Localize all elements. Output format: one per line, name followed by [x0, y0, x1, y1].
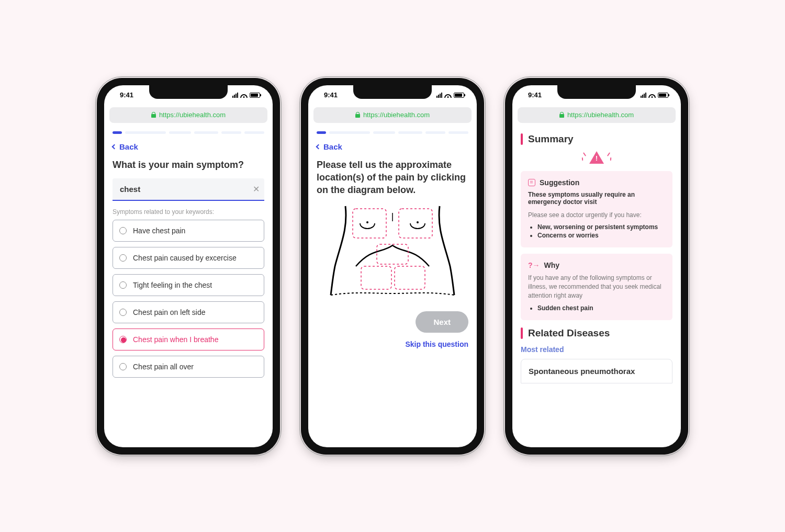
battery-icon — [658, 93, 668, 98]
chevron-left-icon — [316, 144, 321, 149]
svg-point-0 — [366, 221, 368, 223]
status-time: 9:41 — [120, 91, 133, 99]
signal-icon — [232, 93, 238, 98]
svg-rect-6 — [361, 266, 391, 289]
battery-icon — [250, 93, 260, 98]
notch — [353, 85, 432, 99]
wifi-icon — [240, 93, 248, 98]
svg-point-1 — [417, 221, 419, 223]
symptom-option-selected[interactable]: Chest pain when I breathe — [113, 329, 264, 350]
why-card: ?→ Why If you have any of the following … — [521, 254, 672, 320]
related-heading: Related Diseases — [521, 327, 672, 339]
skip-link[interactable]: Skip this question — [317, 340, 468, 348]
back-label: Back — [323, 142, 342, 151]
status-indicators — [232, 93, 260, 98]
wifi-icon — [648, 93, 656, 98]
content-area: Summary ! Suggestion These symptoms usua… — [512, 126, 681, 447]
body-diagram[interactable] — [317, 203, 468, 298]
content-area: Back Please tell us the approximate loca… — [308, 126, 477, 447]
status-time: 9:41 — [324, 91, 338, 99]
symptom-option[interactable]: Tight feeling in the chest — [113, 274, 264, 296]
next-button[interactable]: Next — [416, 311, 468, 333]
progress-bar — [113, 131, 264, 134]
torso-diagram-svg — [324, 203, 461, 298]
option-label: Have chest pain — [133, 227, 185, 235]
search-field[interactable]: ✕ — [113, 178, 264, 201]
progress-bar — [317, 131, 468, 134]
disease-card[interactable]: Spontaneous pneumothorax — [521, 359, 672, 383]
lock-icon — [151, 112, 156, 118]
question-heading: Please tell us the approximate location(… — [317, 159, 468, 197]
url-bar[interactable]: https://ubiehealth.com — [109, 107, 267, 123]
summary-heading: Summary — [521, 133, 672, 145]
status-indicators — [641, 93, 668, 98]
svg-rect-4 — [399, 209, 432, 238]
symptom-option[interactable]: Have chest pain — [113, 220, 264, 242]
symptom-option[interactable]: Chest pain on left side — [113, 301, 264, 323]
svg-rect-5 — [377, 244, 408, 264]
symptom-option[interactable]: Chest pain all over — [113, 356, 264, 378]
url-text: https://ubiehealth.com — [159, 111, 226, 119]
battery-icon — [454, 93, 464, 98]
related-title: Related Diseases — [528, 327, 610, 339]
why-lead: If you have any of the following symptom… — [528, 274, 665, 300]
most-related-label: Most related — [521, 345, 672, 354]
alert-icon-row: ! — [521, 151, 672, 166]
why-title: Why — [544, 261, 560, 269]
radio-icon — [119, 254, 127, 262]
svg-rect-7 — [395, 266, 425, 289]
suggestion-headline: These symptoms usually require an emerge… — [528, 191, 665, 206]
suggestion-lead: Please see a doctor urgently if you have… — [528, 211, 665, 220]
radio-icon — [119, 309, 127, 316]
chevron-left-icon — [112, 144, 117, 149]
radio-icon — [119, 336, 127, 343]
status-time: 9:41 — [528, 91, 542, 99]
warning-icon: ! — [589, 151, 604, 164]
option-label: Chest pain when I breathe — [133, 335, 218, 344]
screen-2: 9:41 https://ubiehealth.com Back Please … — [308, 85, 477, 447]
back-button[interactable]: Back — [113, 142, 264, 151]
radio-icon — [119, 281, 127, 289]
url-text: https://ubiehealth.com — [567, 111, 634, 119]
option-label: Chest pain caused by excercise — [133, 254, 237, 262]
signal-icon — [641, 93, 646, 98]
lock-icon — [559, 112, 564, 118]
notch — [557, 85, 636, 99]
disease-name: Spontaneous pneumothorax — [529, 367, 635, 376]
results-hint: Symptoms related to your keywords: — [113, 208, 264, 216]
option-label: Chest pain all over — [133, 363, 194, 371]
signal-icon — [436, 93, 442, 98]
status-indicators — [436, 93, 464, 98]
question-icon: ?→ — [528, 261, 540, 269]
screen-3: 9:41 https://ubiehealth.com Summary ! — [512, 85, 681, 447]
content-area: Back What is your main symptom? ✕ Sympto… — [104, 126, 273, 447]
lock-icon — [355, 112, 360, 118]
clear-icon[interactable]: ✕ — [248, 184, 264, 194]
option-label: Tight feeling in the chest — [133, 281, 212, 289]
list-icon — [528, 179, 535, 186]
suggestion-bullet: New, worsening or persistent symptoms — [537, 223, 665, 231]
question-heading: What is your main symptom? — [113, 159, 264, 171]
phone-mockup-2: 9:41 https://ubiehealth.com Back Please … — [301, 78, 484, 455]
back-label: Back — [119, 142, 138, 151]
wifi-icon — [444, 93, 452, 98]
url-bar[interactable]: https://ubiehealth.com — [313, 107, 472, 123]
suggestion-bullet: Concerns or worries — [537, 232, 665, 239]
search-input[interactable] — [113, 178, 248, 200]
url-bar[interactable]: https://ubiehealth.com — [518, 107, 676, 123]
heading-accent — [521, 133, 523, 145]
radio-icon — [119, 227, 127, 234]
suggestion-title: Suggestion — [540, 178, 579, 187]
phone-mockup-1: 9:41 https://ubiehealth.com Back What is… — [97, 78, 280, 455]
symptom-option[interactable]: Chest pain caused by excercise — [113, 247, 264, 269]
option-label: Chest pain on left side — [133, 308, 206, 316]
phone-mockup-3: 9:41 https://ubiehealth.com Summary ! — [505, 78, 688, 455]
heading-accent — [521, 327, 523, 339]
url-text: https://ubiehealth.com — [363, 111, 430, 119]
svg-rect-3 — [353, 209, 386, 238]
suggestion-card: Suggestion These symptoms usually requir… — [521, 171, 672, 248]
summary-title: Summary — [528, 133, 574, 145]
back-button[interactable]: Back — [317, 142, 468, 151]
notch — [149, 85, 228, 99]
why-bullet: Sudden chest pain — [537, 304, 665, 312]
